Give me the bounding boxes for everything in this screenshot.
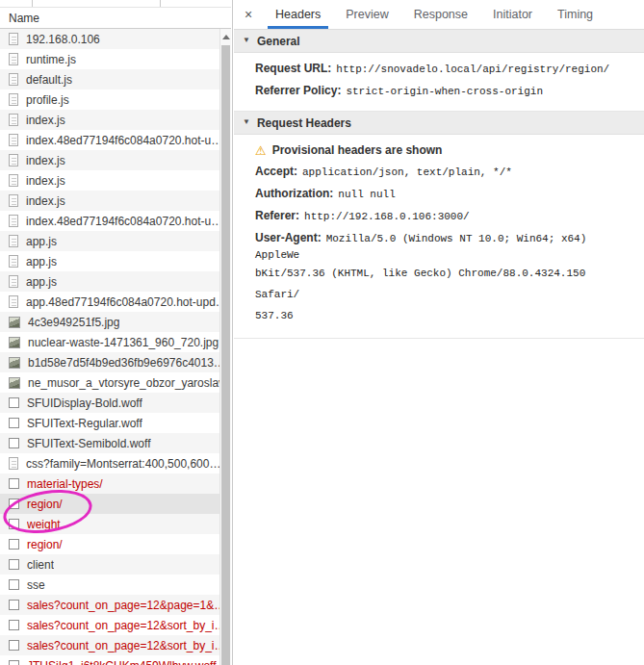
toolbar-remnant-strip (0, 0, 232, 7)
tab-timing[interactable]: Timing (545, 0, 605, 29)
request-name-label: runtime.js (26, 53, 76, 66)
tab-initiator[interactable]: Initiator (480, 0, 545, 29)
network-request-row[interactable]: sales?count_on_page=12&sort_by_i… (0, 615, 219, 635)
document-icon (9, 134, 18, 146)
image-icon (9, 337, 20, 348)
document-icon (9, 255, 18, 268)
image-icon (9, 377, 20, 389)
request-name-label: 192.168.0.106 (26, 33, 100, 46)
headers-section: ▼ Request Headers ⚠ Provisional headers … (234, 112, 644, 339)
document-icon (9, 215, 18, 227)
network-request-row[interactable]: profile.js (0, 90, 219, 110)
scroll-up-arrow-icon[interactable] (220, 33, 231, 42)
request-name-label: index.js (26, 194, 65, 208)
request-name-label: index.js (26, 174, 65, 188)
tabs-container: HeadersPreviewResponseInitiatorTiming (263, 0, 605, 29)
section-header[interactable]: ▼ General (234, 30, 644, 53)
image-icon (9, 357, 20, 369)
section-header[interactable]: ▼ Request Headers (234, 112, 644, 135)
document-icon (9, 33, 18, 45)
network-request-row[interactable]: weight (0, 514, 219, 534)
header-name: Referrer Policy: (255, 84, 341, 97)
network-request-row[interactable]: index.js (0, 170, 219, 191)
warning-text: Provisional headers are shown (272, 142, 443, 158)
header-value: http://snovadelo.local/api/registry/regi… (336, 64, 609, 75)
network-request-row[interactable]: SFUIDisplay-Bold.woff (0, 393, 219, 413)
document-icon (9, 93, 18, 106)
square-icon (9, 418, 19, 428)
network-request-row[interactable]: index.48ed77194f6c084a0720.hot-u… (0, 130, 219, 150)
request-name-label: sales?count_on_page=12&sort_by_i… (27, 619, 219, 632)
document-icon (9, 295, 18, 308)
document-icon (9, 174, 18, 187)
network-request-row[interactable]: JTUSjIg1_i6t8kCHKm459Wlhyw.woff (0, 655, 219, 665)
list-scrollbar[interactable] (219, 29, 231, 665)
square-icon (9, 539, 19, 550)
network-request-row[interactable]: sales?count_on_page=12&page=1&… (0, 595, 219, 615)
request-name-label: app.js (26, 255, 57, 269)
request-name-label: SFUIDisplay-Bold.woff (27, 396, 142, 410)
square-icon (9, 640, 19, 651)
header-name: Referer: (255, 209, 299, 222)
scrollbar-thumb[interactable] (221, 45, 230, 665)
network-request-row[interactable]: index.js (0, 110, 219, 130)
document-icon (9, 457, 18, 470)
network-request-row[interactable]: app.48ed77194f6c084a0720.hot-upd… (0, 292, 219, 312)
header-value: strict-origin-when-cross-origin (346, 86, 543, 97)
header-name: User-Agent: (255, 231, 322, 244)
network-request-row[interactable]: index.js (0, 191, 219, 211)
request-name-label: index.48ed77194f6c084a0720.hot-u… (26, 215, 219, 228)
request-name-label: app.48ed77194f6c084a0720.hot-upd… (26, 295, 219, 309)
network-request-row[interactable]: sales?count_on_page=12&sort_by_i… (0, 635, 219, 655)
network-request-row[interactable]: client (0, 554, 219, 575)
request-name-label: app.js (26, 275, 57, 289)
name-column-header[interactable]: Name (0, 7, 231, 29)
network-request-row[interactable]: 4c3e949251f5.jpg (0, 312, 219, 332)
request-name-label: weight (27, 518, 61, 531)
network-request-row[interactable]: css?family=Montserrat:400,500,600… (0, 453, 219, 473)
square-icon (9, 519, 19, 529)
request-name-label: sse (27, 578, 45, 592)
network-request-row[interactable]: sse (0, 575, 219, 595)
network-request-row[interactable]: region/ (0, 534, 219, 554)
header-value: application/json, text/plain, */* (302, 166, 512, 178)
document-icon (9, 275, 18, 288)
network-request-row[interactable]: app.js (0, 231, 219, 251)
provisional-headers-warning: ⚠ Provisional headers are shown (234, 140, 644, 161)
network-request-row[interactable]: 192.168.0.106 (0, 29, 219, 49)
header-value-line: bKit/537.36 (KHTML, like Gecko) Chrome/8… (255, 263, 636, 305)
header-entry: Request URL:http://snovadelo.local/api/r… (234, 58, 644, 80)
network-request-row[interactable]: app.js (0, 271, 219, 292)
request-name-label: nuclear-waste-1471361_960_720.jpg (28, 336, 219, 349)
network-request-row[interactable]: app.js (0, 251, 219, 271)
header-name: Accept: (255, 165, 297, 178)
network-request-row[interactable]: runtime.js (0, 49, 219, 69)
tab-preview[interactable]: Preview (333, 0, 400, 29)
network-request-row[interactable]: material-types/ (0, 473, 219, 494)
divider (160, 0, 161, 7)
close-icon[interactable]: × (234, 0, 263, 29)
request-name-label: ne_musor_a_vtorsyre_obzor_yaroslav… (28, 376, 219, 390)
network-request-row[interactable]: b1d58e7d5f4b9ed36fb9e6976c4013… (0, 352, 219, 372)
network-request-row[interactable]: index.48ed77194f6c084a0720.hot-u… (0, 211, 219, 231)
square-icon (9, 620, 19, 630)
request-name-label: material-types/ (27, 477, 103, 491)
network-request-row[interactable]: SFUIText-Regular.woff (0, 413, 219, 433)
network-request-row[interactable]: nuclear-waste-1471361_960_720.jpg (0, 332, 219, 352)
request-name-label: app.js (26, 235, 57, 248)
network-request-row[interactable]: index.js (0, 150, 219, 170)
request-name-label: index.js (26, 154, 65, 167)
request-name-label: css?family=Montserrat:400,500,600… (26, 457, 219, 471)
network-request-row[interactable]: region/ (0, 494, 219, 514)
network-request-row[interactable]: default.js (0, 69, 219, 90)
tab-headers[interactable]: Headers (263, 0, 333, 29)
tab-response[interactable]: Response (401, 0, 480, 29)
network-request-row[interactable]: SFUIText-Semibold.woff (0, 433, 219, 453)
header-entry: Authorization:null null (234, 183, 644, 205)
network-request-row[interactable]: ne_musor_a_vtorsyre_obzor_yaroslav… (0, 372, 219, 393)
image-icon (9, 317, 20, 328)
square-icon (9, 438, 19, 448)
square-icon (9, 559, 19, 570)
request-name-label: b1d58e7d5f4b9ed36fb9e6976c4013… (28, 356, 219, 370)
network-request-list: 192.168.0.106 runtime.js default.js prof… (0, 29, 219, 665)
